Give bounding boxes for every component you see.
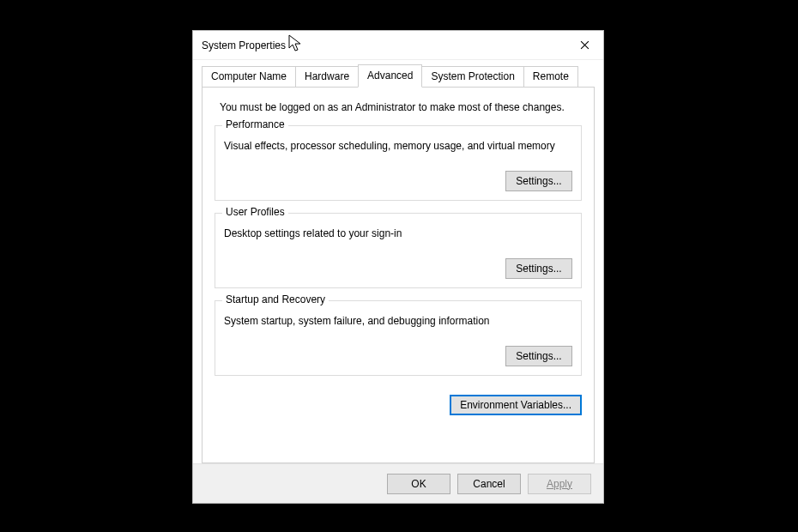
tab-system-protection[interactable]: System Protection <box>421 66 523 88</box>
user-profiles-legend: User Profiles <box>222 206 288 218</box>
startup-recovery-legend: Startup and Recovery <box>222 293 329 305</box>
startup-recovery-settings-button[interactable]: Settings... <box>505 346 572 366</box>
performance-group: Performance Visual effects, processor sc… <box>215 125 582 201</box>
close-icon <box>580 40 589 50</box>
user-profiles-settings-button[interactable]: Settings... <box>505 258 572 279</box>
performance-settings-button[interactable]: Settings... <box>505 171 572 191</box>
advanced-panel: You must be logged on as an Administrato… <box>202 87 595 463</box>
ok-button[interactable]: OK <box>387 474 450 494</box>
cancel-button[interactable]: Cancel <box>457 474 521 494</box>
tab-remote[interactable]: Remote <box>523 66 578 88</box>
dialog-footer: OK Cancel Apply <box>193 463 603 503</box>
tab-advanced[interactable]: Advanced <box>358 64 422 88</box>
tab-computer-name[interactable]: Computer Name <box>202 66 296 88</box>
startup-recovery-desc: System startup, system failure, and debu… <box>224 315 572 327</box>
admin-notice: You must be logged on as an Administrato… <box>220 101 582 113</box>
tab-hardware[interactable]: Hardware <box>295 66 359 88</box>
system-properties-dialog: System Properties Computer Name Hardware… <box>192 30 604 504</box>
user-profiles-group: User Profiles Desktop settings related t… <box>215 213 582 288</box>
close-button[interactable] <box>565 31 603 58</box>
user-profiles-desc: Desktop settings related to your sign-in <box>224 227 572 239</box>
tab-strip: Computer Name Hardware Advanced System P… <box>193 60 603 88</box>
apply-button: Apply <box>528 474 591 494</box>
title-bar: System Properties <box>193 31 603 60</box>
performance-legend: Performance <box>222 118 288 130</box>
window-title: System Properties <box>202 39 286 51</box>
startup-recovery-group: Startup and Recovery System startup, sys… <box>215 300 582 376</box>
environment-variables-button[interactable]: Environment Variables... <box>450 395 582 415</box>
performance-desc: Visual effects, processor scheduling, me… <box>224 140 572 152</box>
